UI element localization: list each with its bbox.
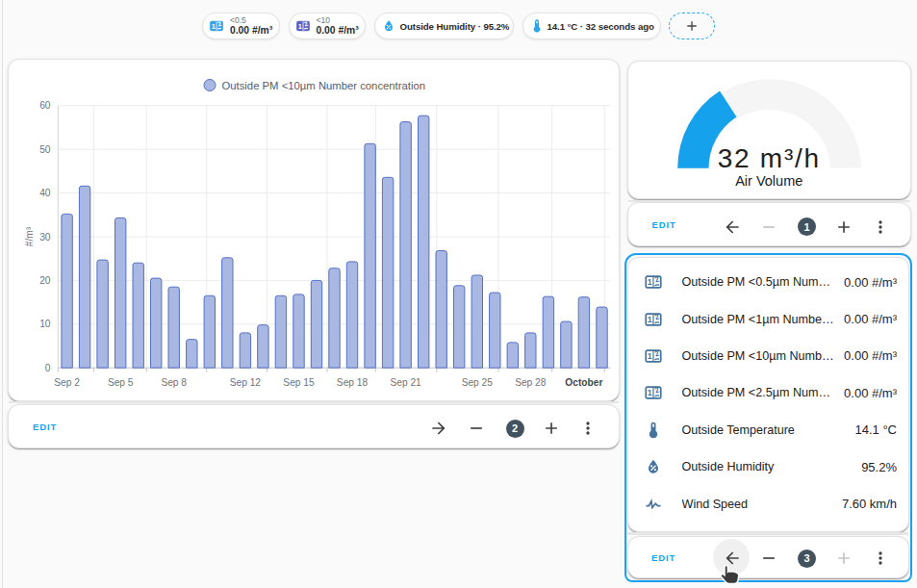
- svg-text:1: 1: [648, 277, 652, 287]
- svg-text:Sep 25: Sep 25: [462, 377, 494, 388]
- svg-text:60: 60: [39, 100, 51, 111]
- svg-text:1: 1: [648, 389, 652, 398]
- svg-text:Sep 28: Sep 28: [515, 377, 547, 388]
- svg-text:30: 30: [39, 232, 51, 243]
- svg-text:1: 1: [648, 315, 652, 324]
- svg-text:Sep 15: Sep 15: [283, 377, 315, 388]
- svg-text:1: 1: [297, 22, 301, 31]
- svg-text:40: 40: [39, 188, 51, 198]
- svg-text:0: 0: [45, 363, 51, 373]
- svg-text:Sep 18: Sep 18: [337, 377, 369, 388]
- svg-text:Outside PM <10µm Number concen: Outside PM <10µm Number concentration: [222, 80, 426, 91]
- svg-text:50: 50: [39, 144, 51, 155]
- svg-text:10: 10: [39, 319, 51, 329]
- svg-text:Sep 2: Sep 2: [54, 377, 80, 388]
- svg-text:20: 20: [39, 275, 51, 286]
- svg-text:1: 1: [212, 22, 216, 31]
- svg-text:Sep 5: Sep 5: [108, 377, 134, 388]
- svg-text:October: October: [565, 377, 602, 388]
- svg-text:Sep 8: Sep 8: [161, 377, 187, 388]
- svg-text:Sep 21: Sep 21: [390, 377, 421, 388]
- svg-text:Sep 12: Sep 12: [230, 377, 262, 388]
- svg-text:#/m³: #/m³: [24, 226, 35, 246]
- svg-text:1: 1: [648, 351, 652, 361]
